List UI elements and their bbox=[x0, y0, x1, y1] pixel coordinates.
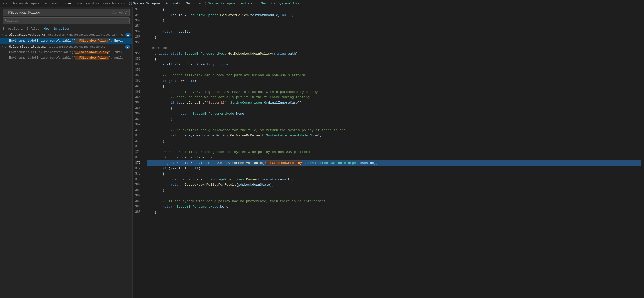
line-number-380: 380 bbox=[135, 182, 141, 188]
line-number-353: 353 bbox=[135, 34, 141, 40]
breadcrumb-class[interactable]: System.Management.Automation.Security.Sy… bbox=[208, 2, 300, 5]
code-line-355: 2 references bbox=[147, 45, 641, 51]
breadcrumb-src[interactable]: src bbox=[3, 2, 8, 5]
code-line-362: { bbox=[147, 84, 641, 89]
breadcrumb-file[interactable]: wldpNativeMethods.cs bbox=[88, 2, 125, 5]
code-line-363: // Assume everything under SYSTEM32 is t… bbox=[147, 89, 641, 95]
line-number-351: 351 bbox=[135, 23, 141, 29]
search-input-row: Aa Ab .* bbox=[3, 9, 130, 16]
dismiss-result-button-1-1[interactable]: ✕ bbox=[126, 39, 130, 43]
file-header-2[interactable]: ▾ ▷ HelpersSecurity.psm1 test\tools\Modu… bbox=[0, 44, 132, 49]
code-line-375: uint pdwLockdownState = 0; bbox=[147, 155, 641, 160]
code-scroll[interactable]: 348349350351352353354 356357358359360361… bbox=[133, 7, 644, 298]
code-line-348: { bbox=[147, 7, 641, 13]
cs-file-icon: ◆ bbox=[5, 33, 7, 37]
result-item-2-1[interactable]: Environment.SetEnvironmentVariable("__PS… bbox=[0, 49, 132, 55]
file-actions-1: ✕ bbox=[120, 33, 124, 37]
line-number-361: 361 bbox=[135, 78, 141, 84]
result-item-2-2[interactable]: Environment.SetEnvironmentVariable("__PS… bbox=[0, 55, 132, 61]
code-line-370: // No explicit debug allowance for the f… bbox=[147, 128, 641, 133]
chevron-down-icon: ▾ bbox=[2, 33, 4, 36]
code-line-357: { bbox=[147, 56, 641, 62]
main-layout: Aa Ab .* ... 3 results in 2 file bbox=[0, 7, 644, 298]
search-input[interactable] bbox=[4, 11, 112, 15]
line-number-375: 375 bbox=[135, 155, 141, 160]
match-case-button[interactable]: Aa bbox=[112, 10, 117, 15]
file-count-1: 1 bbox=[125, 33, 131, 37]
code-line-354 bbox=[147, 40, 641, 45]
replace-row: ... bbox=[3, 17, 130, 24]
code-line-369 bbox=[147, 122, 641, 127]
code-line-374: // Support fall-back debug hook for syst… bbox=[147, 149, 641, 155]
dismiss-result-button-2-1[interactable]: ✕ bbox=[126, 50, 130, 55]
line-number-370: 370 bbox=[135, 128, 141, 133]
file-name-1: wldpNativeMethods.cs bbox=[9, 33, 46, 37]
line-number-372: 372 bbox=[135, 139, 141, 144]
ps-file-icon: ▷ bbox=[5, 45, 7, 49]
line-number-362: 362 bbox=[135, 84, 141, 89]
breadcrumb-class-icon: ⬡ bbox=[205, 2, 207, 5]
line-number-374: 374 bbox=[135, 149, 141, 155]
line-number-369: 369 bbox=[135, 122, 141, 127]
dismiss-file-button-1[interactable]: ✕ bbox=[120, 33, 124, 37]
line-number-363: 363 bbox=[135, 89, 141, 95]
line-number-356: 356 bbox=[135, 51, 141, 56]
line-number-358: 358 bbox=[135, 62, 141, 67]
line-number-367: 367 bbox=[135, 111, 141, 116]
dismiss-result-button-2-2[interactable]: ✕ bbox=[126, 56, 130, 60]
result-text-2-1: Environment.SetEnvironmentVariable("__PS… bbox=[9, 50, 125, 55]
line-number-355 bbox=[135, 45, 141, 51]
code-line-350: } bbox=[147, 18, 641, 23]
regex-button[interactable]: .* bbox=[124, 10, 128, 15]
line-number-373: 373 bbox=[135, 144, 141, 149]
open-in-editor-link[interactable]: Open in editor bbox=[44, 27, 70, 31]
file-group-1: ▾ ◆ wldpNativeMethods.cs src\System.Mana… bbox=[0, 32, 132, 44]
code-line-381: } bbox=[147, 188, 641, 193]
result-item-1-1[interactable]: Environment.GetEnvironmentVariable("__PS… bbox=[0, 38, 132, 44]
file-count-2: 2 bbox=[125, 45, 130, 49]
code-line-366: { bbox=[147, 106, 641, 111]
code-line-378: { bbox=[147, 171, 641, 177]
search-header: Aa Ab .* ... bbox=[0, 7, 132, 26]
code-line-351 bbox=[147, 23, 641, 29]
breadcrumb-automation[interactable]: System.Management.Automation bbox=[12, 2, 63, 5]
replace-options-button[interactable]: ... bbox=[124, 18, 128, 23]
file-header-1[interactable]: ▾ ◆ wldpNativeMethods.cs src\System.Mana… bbox=[0, 32, 132, 38]
line-number-383: 383 bbox=[135, 198, 141, 204]
code-line-385: } bbox=[147, 209, 641, 215]
chevron-down-icon-2: ▾ bbox=[2, 45, 4, 48]
line-number-376: 376 bbox=[135, 160, 141, 166]
result-text-1-1: Environment.GetEnvironmentVariable("__PS… bbox=[9, 39, 125, 43]
result-text-2-2: Environment.SetEnvironmentVariable("__PS… bbox=[9, 56, 125, 60]
file-path-1: src\System.Management.Automation\securit… bbox=[48, 33, 117, 36]
code-line-380: return GetLockdownPolicyForResult(pdwLoc… bbox=[147, 182, 641, 188]
match-word-button[interactable]: Ab bbox=[118, 10, 123, 15]
line-number-349: 349 bbox=[135, 13, 141, 18]
code-line-364: // check so that we can actually put it … bbox=[147, 95, 641, 100]
code-line-376: object result = Environment.GetEnvironme… bbox=[147, 160, 641, 166]
code-line-368: } bbox=[147, 117, 641, 122]
code-line-379: pdwLockdownState = LanguagePrimitives.Co… bbox=[147, 177, 641, 182]
replace-input[interactable] bbox=[4, 19, 124, 23]
breadcrumb-security[interactable]: security bbox=[67, 2, 82, 5]
breadcrumb-bar: src › System.Management.Automation › sec… bbox=[0, 0, 644, 7]
code-line-371: return s_systemLockdownPolicy.GetValueOr… bbox=[147, 133, 641, 138]
results-list[interactable]: ▾ ◆ wldpNativeMethods.cs src\System.Mana… bbox=[0, 32, 132, 298]
line-number-384: 384 bbox=[135, 204, 141, 209]
line-number-348: 348 bbox=[135, 7, 141, 13]
file-path-2: test\tools\Modules\HelpersSecurity bbox=[48, 45, 105, 48]
breadcrumb-code-icon: {} bbox=[129, 2, 132, 5]
line-number-381: 381 bbox=[135, 188, 141, 193]
code-line-359 bbox=[147, 67, 641, 73]
line-number-379: 379 bbox=[135, 177, 141, 182]
code-line-377: if (result != null) bbox=[147, 166, 641, 171]
line-numbers: 348349350351352353354 356357358359360361… bbox=[133, 7, 144, 298]
code-line-353: } bbox=[147, 34, 641, 40]
code-line-384: return SystemEnforcementMode.None; bbox=[147, 204, 641, 209]
code-area: 348349350351352353354 356357358359360361… bbox=[133, 7, 644, 298]
breadcrumb-ns[interactable]: System.Management.Automation.Security bbox=[133, 2, 201, 5]
code-line-367: return SystemEnforcementMode.None; bbox=[147, 111, 641, 116]
line-number-371: 371 bbox=[135, 133, 141, 138]
line-number-352: 352 bbox=[135, 29, 141, 34]
code-line-383: // If the system-wide debug policy had n… bbox=[147, 198, 641, 204]
